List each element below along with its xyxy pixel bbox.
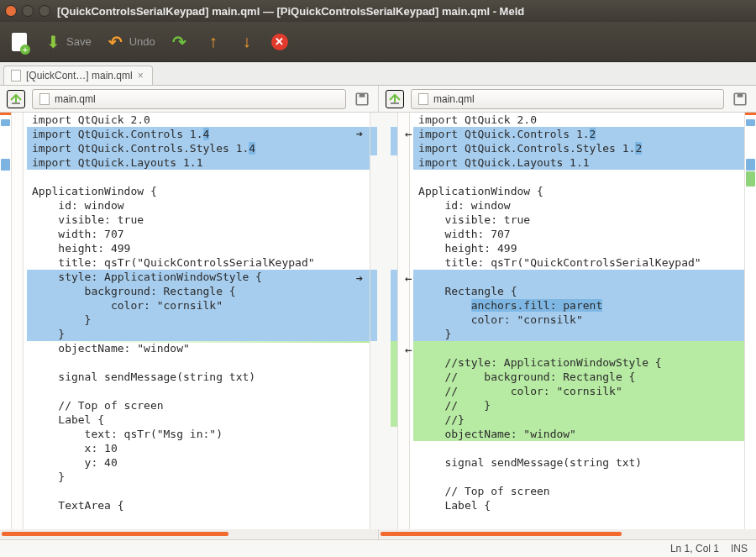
open-overwrite-icon <box>9 92 23 106</box>
code-line[interactable]: //style: ApplicationWindowStyle { <box>413 355 756 370</box>
code-line[interactable]: } <box>27 327 370 341</box>
code-line[interactable]: width: 707 <box>413 227 756 241</box>
stop-button[interactable]: ✕ <box>271 34 288 50</box>
code-line[interactable]: // color: "cornsilk" <box>413 384 756 398</box>
code-line[interactable]: } <box>413 327 756 341</box>
code-line[interactable]: visible: true <box>413 213 756 227</box>
push-left-button[interactable]: ← <box>402 344 415 357</box>
arrow-down-icon: ↓ <box>238 33 256 51</box>
window-close-button[interactable] <box>5 5 17 17</box>
link-strip <box>370 113 398 529</box>
code-line[interactable]: id: window <box>27 198 370 213</box>
code-line[interactable]: title: qsTr("QuickControlsSerialKeypad" <box>413 255 756 270</box>
insert-marker <box>27 341 370 343</box>
save-button[interactable]: ⬇ Save <box>44 33 92 51</box>
code-line[interactable]: height: 499 <box>413 241 756 255</box>
code-line[interactable]: ApplicationWindow { <box>413 184 756 198</box>
right-code-pane[interactable]: import QtQuick 2.0import QtQuick.Control… <box>398 113 756 529</box>
code-line[interactable]: title: qsTr("QuickControlsSerialKeypad" <box>27 255 370 270</box>
code-line[interactable]: background: Rectangle { <box>27 284 370 298</box>
redo-button[interactable]: ↷ <box>171 33 189 51</box>
code-line[interactable]: // Top of screen <box>413 484 756 498</box>
code-line[interactable]: // background: Rectangle { <box>413 370 756 384</box>
code-line[interactable]: } <box>27 313 370 327</box>
left-file-combo[interactable]: main.qml <box>32 89 346 109</box>
code-line[interactable]: width: 707 <box>27 227 370 241</box>
insert-mode: INS <box>731 543 748 554</box>
push-left-button[interactable]: ← <box>402 272 415 286</box>
code-line[interactable]: x: 10 <box>27 441 370 455</box>
code-line[interactable]: import QtQuick.Controls.Styles 1.4 <box>27 141 370 155</box>
next-diff-button[interactable]: ↓ <box>238 33 256 51</box>
code-line[interactable]: //} <box>413 412 756 427</box>
right-horizontal-scrollbar[interactable] <box>378 529 756 539</box>
code-line[interactable]: signal sendMessage(string txt) <box>413 455 756 470</box>
code-line[interactable] <box>413 270 756 284</box>
open-right-button[interactable] <box>386 90 404 108</box>
left-diff-map[interactable] <box>0 113 12 529</box>
code-line[interactable]: Label { <box>27 412 370 427</box>
code-line[interactable]: import QtQuick.Controls 1.2 <box>413 127 756 141</box>
code-line[interactable]: text: qsTr("Msg in:") <box>27 427 370 441</box>
left-horizontal-scrollbar[interactable] <box>0 529 378 539</box>
tab-close-button[interactable]: × <box>138 70 144 81</box>
code-line[interactable]: visible: true <box>27 213 370 227</box>
save-right-button[interactable] <box>731 90 749 108</box>
code-line[interactable]: color: "cornsilk" <box>27 298 370 313</box>
code-line[interactable]: import QtQuick.Layouts 1.1 <box>27 155 370 170</box>
code-line[interactable]: Rectangle { <box>413 284 756 298</box>
code-line[interactable]: id: window <box>413 198 756 213</box>
new-comparison-button[interactable] <box>10 33 29 51</box>
code-line[interactable]: height: 499 <box>27 241 370 255</box>
code-line[interactable] <box>413 470 756 484</box>
svg-rect-0 <box>12 102 20 104</box>
code-line[interactable]: // Top of screen <box>27 398 370 412</box>
undo-icon: ↶ <box>107 33 125 51</box>
code-line[interactable]: y: 40 <box>27 455 370 470</box>
code-line[interactable]: style: ApplicationWindowStyle { <box>27 270 370 284</box>
document-icon <box>39 93 50 105</box>
undo-button[interactable]: ↶ Undo <box>107 33 155 51</box>
code-line[interactable]: import QtQuick 2.0 <box>27 113 370 127</box>
left-code-pane[interactable]: import QtQuick 2.0import QtQuick.Control… <box>12 113 370 529</box>
open-overwrite-icon <box>388 92 402 106</box>
push-right-button[interactable]: ➔ <box>353 272 366 286</box>
prev-diff-button[interactable]: ↑ <box>204 33 223 51</box>
code-line[interactable]: Label { <box>413 498 756 512</box>
code-line[interactable]: objectName: "window" <box>413 427 756 441</box>
code-line[interactable]: import QtQuick.Controls 1.4 <box>27 127 370 141</box>
code-line[interactable]: } <box>27 470 370 484</box>
new-document-plus-icon <box>12 33 27 51</box>
code-line[interactable] <box>27 384 370 398</box>
code-line[interactable]: color: "cornsilk" <box>413 313 756 327</box>
open-left-button[interactable] <box>7 90 25 108</box>
code-line[interactable] <box>27 170 370 184</box>
code-line[interactable]: ApplicationWindow { <box>27 184 370 198</box>
window-minimize-button[interactable] <box>22 5 34 17</box>
code-line[interactable]: objectName: "window" <box>27 341 370 355</box>
status-bar: Ln 1, Col 1 INS <box>0 539 756 557</box>
stop-icon: ✕ <box>271 34 288 50</box>
tab-comparison[interactable]: [QuickCont…] main.qml × <box>3 66 153 85</box>
code-line[interactable] <box>413 341 756 355</box>
code-line[interactable]: import QtQuick.Controls.Styles 1.2 <box>413 141 756 155</box>
code-line[interactable]: TextArea { <box>27 498 370 512</box>
push-left-button[interactable]: ← <box>402 128 415 141</box>
svg-rect-2 <box>360 93 365 97</box>
right-file-combo[interactable]: main.qml <box>411 89 724 109</box>
code-line[interactable]: import QtQuick.Layouts 1.1 <box>413 155 756 170</box>
code-line[interactable] <box>413 441 756 455</box>
save-left-button[interactable] <box>353 90 371 108</box>
right-file-name: main.qml <box>433 93 475 105</box>
code-line[interactable] <box>413 170 756 184</box>
code-line[interactable]: anchors.fill: parent <box>413 298 756 313</box>
right-diff-map[interactable] <box>744 113 756 529</box>
code-line[interactable]: // } <box>413 398 756 412</box>
code-line[interactable] <box>27 484 370 498</box>
code-line[interactable] <box>27 355 370 370</box>
push-right-button[interactable]: ➔ <box>353 128 366 141</box>
code-line[interactable]: import QtQuick 2.0 <box>413 113 756 127</box>
undo-button-label: Undo <box>129 35 155 48</box>
code-line[interactable]: signal sendMessage(string txt) <box>27 370 370 384</box>
window-maximize-button[interactable] <box>39 5 50 17</box>
